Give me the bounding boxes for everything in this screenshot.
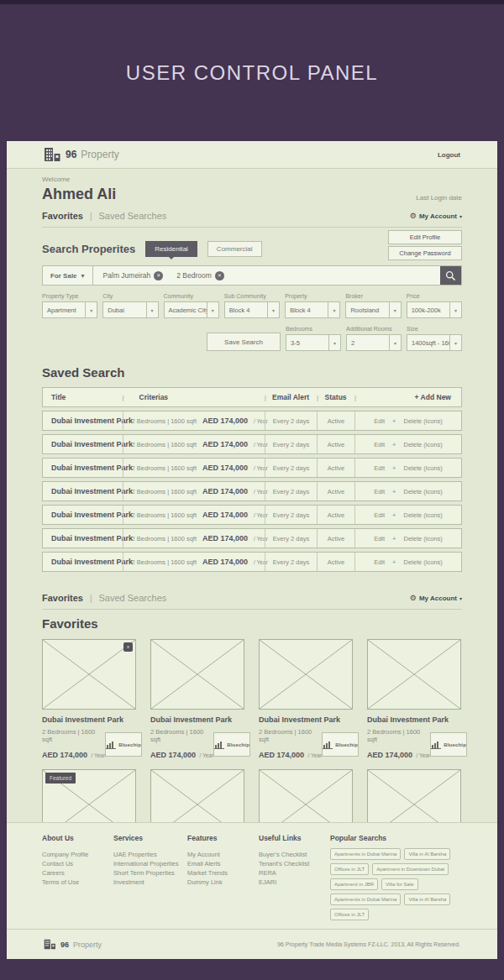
delete-button[interactable]: Delete (icons) — [404, 488, 443, 495]
logout-link[interactable]: Logout — [438, 151, 460, 159]
my-account-menu[interactable]: ⚙ My Account ▾ — [410, 594, 462, 602]
footer-link[interactable]: Market Trends — [187, 868, 259, 878]
popular-search-button[interactable]: Apartments in Dubai Marina — [330, 848, 401, 860]
footer-link[interactable]: Buyer's Checklist — [259, 850, 330, 859]
edit-button[interactable]: Edit — [374, 464, 385, 472]
card-title: Dubai Investment Park — [42, 715, 136, 724]
tab-favorites[interactable]: Favorites — [42, 211, 83, 221]
plus-icon[interactable]: + — [392, 558, 396, 566]
popular-search-button[interactable]: Villa in Al Barsha — [404, 894, 450, 905]
property-image-placeholder[interactable] — [367, 639, 461, 710]
filter: Community Academic City ▾ — [164, 293, 219, 318]
filter-select[interactable]: 1400sqft - 1600sqft ▾ — [407, 334, 462, 351]
property-image-placeholder[interactable] — [367, 769, 461, 822]
filter-select[interactable]: 2 ▾ — [346, 334, 402, 351]
filter-select[interactable]: Apartment ▾ — [42, 301, 97, 318]
edit-button[interactable]: Edit — [374, 441, 385, 448]
change-password-button[interactable]: Change Password — [388, 246, 462, 260]
plus-icon[interactable]: + — [392, 488, 396, 495]
remove-tag-icon[interactable]: ✕ — [154, 271, 163, 280]
filter-label: Price — [407, 293, 462, 299]
popular-search-button[interactable]: Villa in Al Barsha — [404, 848, 450, 860]
tab-saved-searches[interactable]: Saved Searches — [99, 211, 167, 221]
delete-button[interactable]: Delete (icons) — [404, 441, 443, 448]
footer-link[interactable]: RERA — [259, 868, 330, 878]
property-image-placeholder[interactable]: x — [42, 639, 136, 710]
masthead: USER CONTROL PANEL — [0, 4, 504, 141]
add-new-button[interactable]: + Add New — [354, 388, 461, 406]
plus-icon[interactable]: + — [392, 464, 396, 472]
edit-button[interactable]: Edit — [374, 488, 385, 495]
commercial-toggle-button[interactable]: Commercial — [207, 241, 262, 257]
footer-link[interactable]: Company Profile — [42, 850, 113, 859]
property-image-placeholder[interactable] — [259, 639, 353, 710]
footer-link[interactable]: Dummy Link — [187, 878, 259, 887]
agency-name: Bluechip — [118, 742, 141, 747]
footer-link[interactable]: My Account — [187, 850, 259, 859]
footer-link[interactable]: Terms of Use — [42, 878, 113, 887]
property-image-placeholder[interactable] — [259, 769, 353, 822]
filters-row-2: Save Search Bedrooms 3-5 ▾ Additional Ro… — [42, 326, 462, 351]
popular-search-button[interactable]: Villa for Sale — [381, 878, 418, 890]
row-criterias: 2 Bedrooms | 1600 sqft AED 174,000 / Yea… — [123, 435, 265, 453]
edit-profile-button[interactable]: Edit Profile — [388, 230, 462, 244]
search-input-area[interactable]: Palm Jumeirah ✕ 2 Bedroom ✕ — [93, 266, 440, 285]
footer-link[interactable]: Email Alerts — [187, 859, 259, 868]
delete-button[interactable]: Delete (icons) — [404, 417, 443, 425]
filter-select[interactable]: Dubai ▾ — [102, 301, 158, 318]
plus-icon[interactable]: + — [392, 511, 396, 519]
save-search-button[interactable]: Save Search — [207, 333, 281, 351]
footer-link[interactable]: Investment — [113, 878, 187, 887]
plus-icon[interactable]: + — [392, 417, 396, 425]
remove-favorite-button[interactable]: x — [123, 642, 133, 652]
delete-button[interactable]: Delete (icons) — [404, 464, 443, 472]
footer-link[interactable]: UAE Properties — [113, 850, 187, 859]
remove-tag-icon[interactable]: ✕ — [215, 271, 224, 280]
filter-select[interactable]: Block 4 ▾ — [285, 301, 340, 318]
footer-heading-useful-links: Useful Links — [259, 834, 330, 842]
popular-search-button[interactable]: Apartments in Dubai Marina — [330, 894, 401, 905]
delete-button[interactable]: Delete (icons) — [404, 511, 443, 519]
delete-button[interactable]: Delete (icons) — [404, 558, 443, 566]
footer-link[interactable]: Contact Us — [42, 859, 113, 868]
favorite-card: x Dubai Investment Park 2 Bedrooms | 160… — [42, 639, 136, 761]
footer-link[interactable]: EJARI — [259, 878, 330, 887]
search-button[interactable] — [440, 266, 461, 285]
delete-button[interactable]: Delete (icons) — [404, 535, 443, 542]
property-image-placeholder[interactable]: Featured — [42, 769, 136, 822]
filter-select[interactable]: Academic City ▾ — [164, 301, 219, 318]
footer-services-links: UAE PropertiesInternational PropertiesSh… — [113, 850, 187, 887]
popular-search-button[interactable]: Apartment in JBR — [330, 878, 378, 890]
filter-select[interactable]: 100k-200k ▾ — [407, 301, 462, 318]
edit-button[interactable]: Edit — [374, 511, 385, 519]
edit-button[interactable]: Edit — [374, 535, 385, 542]
popular-search-button[interactable]: Apartment in Downtown Dubai — [372, 863, 449, 875]
chevron-down-icon: ▾ — [459, 213, 462, 219]
footer-link[interactable]: Careers — [42, 868, 113, 878]
filter-select[interactable]: Rootsland ▾ — [345, 301, 401, 318]
footer-useful-links: Buyer's ChecklistTenant's ChecklistRERAE… — [259, 850, 330, 887]
chevron-down-icon: ▾ — [146, 302, 158, 317]
popular-search-button[interactable]: Offices in JLT — [330, 909, 369, 920]
footer-link[interactable]: International Properties — [113, 859, 187, 868]
footer-link[interactable]: Tenant's Checklist — [259, 859, 330, 868]
filter-select[interactable]: Block 4 ▾ — [224, 301, 280, 318]
plus-icon[interactable]: + — [392, 441, 396, 448]
search-tag-label: Palm Jumeirah — [103, 271, 151, 280]
tab-favorites[interactable]: Favorites — [42, 593, 83, 603]
plus-icon[interactable]: + — [392, 535, 396, 542]
for-sale-dropdown[interactable]: For Sale ▾ — [43, 266, 93, 285]
popular-search-button[interactable]: Offices in JLT — [330, 863, 369, 875]
edit-button[interactable]: Edit — [374, 417, 385, 425]
tab-saved-searches[interactable]: Saved Searches — [99, 593, 167, 603]
bottom-bar: 96 Property 96 Property Trade Media Syst… — [7, 929, 497, 959]
footer-heading-about: About Us — [42, 834, 113, 842]
edit-button[interactable]: Edit — [374, 558, 385, 566]
filter-select[interactable]: 3-5 ▾ — [286, 334, 341, 351]
residential-toggle-button[interactable]: Residential — [145, 241, 197, 257]
footer-link[interactable]: Short Term Properties — [113, 868, 187, 878]
favorite-card: Dubai Investment Park 2 Bedrooms | 1600 … — [150, 639, 244, 761]
my-account-menu[interactable]: ⚙ My Account ▾ — [410, 212, 462, 220]
property-image-placeholder[interactable] — [150, 769, 244, 822]
property-image-placeholder[interactable] — [150, 639, 244, 710]
